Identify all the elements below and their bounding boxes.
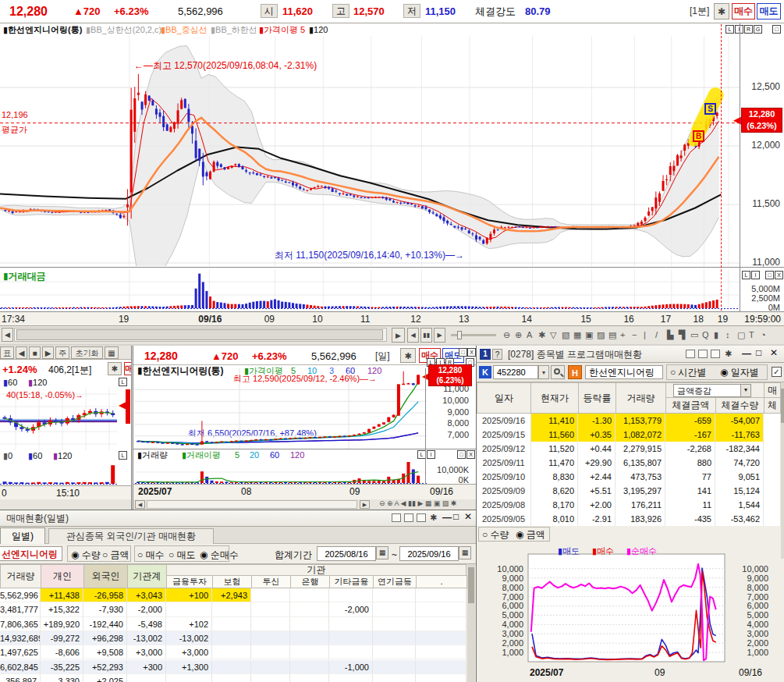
daily-minimize-icon[interactable]: □	[459, 348, 467, 357]
mini-corner-l[interactable]: L	[119, 378, 127, 386]
buy-button[interactable]: 매수	[732, 3, 755, 20]
mini-toolbar-button[interactable]: 초기화	[71, 346, 103, 359]
chart-tool-icon[interactable]: /	[655, 330, 658, 339]
pause-button[interactable]: ▮▮	[420, 328, 432, 343]
trade-radio-sell[interactable]: ○ 매도	[169, 550, 196, 560]
chart-tool-icon[interactable]: ✱	[538, 330, 545, 339]
play-button[interactable]: ▶	[392, 328, 405, 343]
vol-corner-close[interactable]: X	[775, 271, 783, 279]
mini-toolbar-button[interactable]: ▶	[42, 346, 54, 359]
mini-buy-button-clipped[interactable]: 매	[124, 362, 132, 375]
column-header[interactable]: 연기금등	[373, 575, 417, 588]
chart-tool-icon[interactable]: ▦	[573, 330, 581, 339]
trade-radio-qty[interactable]: ◉ 수량	[71, 550, 101, 560]
date-from-input[interactable]: 2025/08/16	[317, 546, 376, 561]
daily-scroll-right[interactable]: ▶	[360, 500, 370, 509]
trade-close-icon[interactable]: ✕	[464, 512, 472, 522]
daily-volume-chart[interactable]	[135, 461, 427, 484]
column-header[interactable]: 개인	[41, 564, 84, 588]
column-header[interactable]: 기타금융	[329, 575, 374, 588]
mini-toolbar-button[interactable]: ▦	[105, 346, 119, 359]
chart-tool-icon[interactable]: ⊖	[503, 330, 510, 339]
trade-radio-buy[interactable]: ○ 매수	[137, 550, 165, 560]
corner-box-R[interactable]: R	[744, 25, 753, 34]
trade-scrollbar-thumb[interactable]	[468, 567, 474, 603]
trade-settings-icon[interactable]: ✱	[430, 513, 437, 522]
chart-tool-icon[interactable]: ▧	[562, 330, 569, 339]
chart-tool-icon[interactable]: +	[620, 330, 625, 339]
column-header[interactable]: 기관계	[127, 564, 167, 588]
chart-tool-icon[interactable]: ↕	[725, 330, 730, 339]
amount-change-dropdown[interactable]: 금액증감▾	[673, 384, 751, 397]
mini-toolbar-button[interactable]: 표	[0, 346, 14, 359]
radio-amount[interactable]: ◉ 금액	[516, 530, 545, 540]
mini-toolbar-button[interactable]: 주	[55, 346, 69, 359]
mini-volume-chart[interactable]	[0, 461, 117, 485]
chart-tool-icon[interactable]: ▭	[690, 330, 698, 339]
prog-table-scrollbar[interactable]	[781, 382, 784, 559]
column-header[interactable]: 외국인	[83, 564, 128, 588]
scrollbar-track[interactable]	[14, 328, 387, 342]
daily-close-icon[interactable]: X	[467, 348, 476, 357]
chart-tool-icon[interactable]: ▜	[679, 330, 685, 339]
column-header[interactable]: 은행	[290, 575, 330, 588]
mini-gear-icon[interactable]: ✱	[108, 362, 122, 375]
corner-restore-icon[interactable]: □	[772, 25, 781, 34]
corner-box-G[interactable]: G	[754, 25, 762, 34]
column-header[interactable]: 금융투자	[166, 575, 213, 588]
settings-gear-icon[interactable]: ✱	[714, 3, 729, 20]
chart-tool-icon[interactable]: ▙	[667, 330, 673, 339]
corner-box-L[interactable]: L	[725, 25, 734, 34]
chart-tool-icon[interactable]: ◔	[761, 330, 766, 339]
trade-minimize-icon[interactable]: —	[442, 513, 452, 523]
daily-gear-icon[interactable]: ✱	[400, 348, 416, 363]
tab-daily[interactable]: 일별)	[0, 527, 45, 544]
chart-tool-icon[interactable]: ▤	[608, 330, 616, 339]
dropdown-arrow-icon[interactable]: ▾	[740, 385, 750, 396]
daily-vol-close[interactable]: X	[466, 450, 475, 459]
program-trend-chart[interactable]	[478, 543, 783, 680]
step-back-button[interactable]: ◀	[407, 328, 419, 343]
column-header[interactable]: 투신	[251, 575, 291, 588]
daily-vol-min[interactable]: □	[457, 450, 466, 459]
tab-foreign-institution[interactable]: 관심종목 외국인/기관 매매현황	[48, 528, 214, 544]
chart-tool-icon[interactable]: |	[644, 330, 646, 339]
column-header[interactable]: 보험	[212, 575, 252, 588]
mini-corner-l2[interactable]: L	[119, 451, 127, 460]
minute-chart[interactable]	[0, 36, 740, 266]
trade-radio-net[interactable]: ◉ 순매수	[200, 550, 239, 560]
scroll-left-button[interactable]: ◀	[2, 328, 13, 342]
vol-corner-l[interactable]: L	[742, 271, 750, 279]
chart-tool-icon[interactable]: ▢	[737, 330, 745, 339]
chart-tool-icon[interactable]: T	[749, 330, 754, 339]
chart-tool-icon[interactable]: Q	[702, 330, 709, 339]
chart-tool-icon[interactable]: ▮	[714, 330, 718, 339]
trade-table-scrollbar[interactable]	[467, 564, 475, 682]
volume-chart[interactable]	[0, 269, 740, 311]
step-forward-button[interactable]: ▶	[434, 328, 445, 343]
slider-thumb[interactable]	[457, 331, 462, 339]
speed-slider[interactable]	[451, 334, 496, 336]
radio-quantity[interactable]: ○ 수량	[482, 530, 509, 540]
chart-tool-icon[interactable]: ⊕	[515, 330, 522, 339]
vol-corner-i[interactable]: I	[751, 271, 760, 279]
trade-new-window-icon[interactable]	[392, 513, 401, 522]
daily-scroll-left[interactable]: ◀	[135, 500, 145, 509]
mini-toolbar-button[interactable]: ■	[29, 346, 41, 359]
trade-clone-icon[interactable]	[404, 513, 413, 522]
mini-toolbar-button[interactable]: ◀	[16, 346, 27, 359]
prog-scrollbar-thumb[interactable]	[781, 389, 784, 423]
vol-corner-restore[interactable]: □	[765, 271, 774, 279]
chart-tool-icon[interactable]: ▽	[550, 330, 556, 339]
calendar-icon-to[interactable]: ▦	[459, 546, 471, 559]
column-header[interactable]: 기관	[166, 564, 466, 576]
column-header[interactable]: 거래량	[0, 564, 41, 588]
trade-radio-amt[interactable]: ○ 금액	[102, 550, 129, 560]
daily-scrollbar[interactable]	[147, 500, 357, 509]
trade-capture-icon[interactable]	[417, 513, 426, 522]
daily-vol-i[interactable]: I	[427, 450, 435, 459]
chart-tool-icon[interactable]: ▨	[597, 330, 605, 339]
sell-button[interactable]: 매도	[757, 3, 781, 20]
column-header[interactable]: .	[416, 575, 467, 588]
calendar-icon-from[interactable]: ▦	[376, 546, 388, 559]
